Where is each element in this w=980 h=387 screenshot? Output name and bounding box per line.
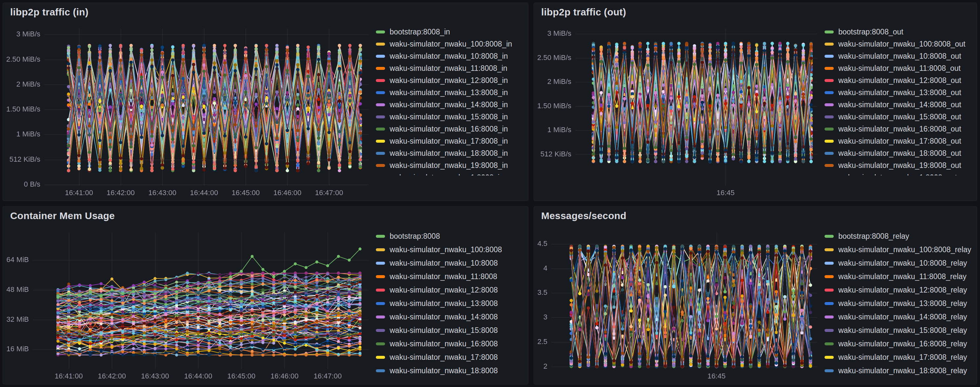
container-mem-usage-chart-canvas[interactable] bbox=[3, 225, 372, 384]
panel-title[interactable]: libp2p traffic (in) bbox=[10, 6, 89, 18]
panel-header[interactable]: Container Mem Usage bbox=[3, 207, 528, 225]
panel-title[interactable]: libp2p traffic (out) bbox=[541, 6, 626, 18]
series-label: waku-simulator_nwaku_15:8008_relay bbox=[838, 326, 967, 335]
legend-item[interactable]: waku-simulator_nwaku_11:8008_relay bbox=[824, 270, 975, 283]
legend-item[interactable]: waku-simulator_nwaku_10:8008 bbox=[376, 256, 526, 270]
series-label: waku-simulator_nwaku_10:8008 bbox=[390, 259, 498, 268]
series-color-swatch bbox=[824, 140, 834, 143]
legend-mem-usage: bootstrap:8008waku-simulator_nwaku_100:8… bbox=[372, 225, 528, 384]
legend-item[interactable]: bootstrap:8008_out bbox=[824, 26, 975, 38]
legend-item[interactable]: waku-simulator_nwaku_16:8008_relay bbox=[824, 337, 975, 350]
legend-item[interactable]: bootstrap:8008 bbox=[376, 229, 526, 243]
panel-messages-per-second: Messages/second bootstrap:8008_relaywaku… bbox=[534, 206, 977, 384]
series-label: waku-simulator_nwaku_12:8008_relay bbox=[838, 286, 967, 295]
legend-item[interactable]: waku-simulator_nwaku_19:8008_out bbox=[824, 159, 975, 172]
legend-item[interactable]: waku-simulator_nwaku_10:8008_out bbox=[824, 50, 975, 62]
series-label: waku-simulator_nwaku_13:8008_relay bbox=[838, 299, 967, 308]
legend-item[interactable]: waku-simulator_nwaku_12:8008 bbox=[376, 283, 526, 297]
legend-item[interactable]: waku-simulator_nwaku_18:8008_in bbox=[376, 147, 526, 159]
legend-item[interactable]: waku-simulator_nwaku_15:8008_relay bbox=[824, 324, 975, 337]
series-label: waku-simulator_nwaku_11:8008_out bbox=[838, 64, 961, 73]
panel-header[interactable]: libp2p traffic (in) bbox=[3, 3, 528, 21]
legend-item[interactable]: waku-simulator_nwaku_11:8008 bbox=[376, 270, 526, 283]
legend-item[interactable]: waku-simulator_nwaku_11:8008_out bbox=[824, 62, 975, 75]
series-color-swatch bbox=[376, 43, 385, 46]
legend-item[interactable]: waku-simulator_nwaku_100:8008_in bbox=[376, 38, 526, 50]
series-label: waku-simulator_nwaku_17:8008_relay bbox=[838, 353, 967, 362]
series-color-swatch bbox=[376, 30, 385, 33]
series-color-swatch bbox=[824, 369, 834, 372]
legend-item[interactable]: waku-simulator_nwaku_15:8008 bbox=[376, 324, 526, 337]
legend-item[interactable]: waku-simulator_nwaku_18:8008 bbox=[376, 364, 526, 377]
messages-per-second-chart-canvas[interactable] bbox=[534, 225, 821, 384]
libp2p-traffic-in-chart-canvas[interactable] bbox=[3, 21, 372, 201]
legend-item[interactable]: waku-simulator_nwaku_100:8008_relay bbox=[824, 243, 975, 256]
legend-item[interactable]: waku-simulator_nwaku_17:8008_in bbox=[376, 135, 526, 147]
legend-libp2p-in: bootstrap:8008_inwaku-simulator_nwaku_10… bbox=[372, 21, 528, 175]
legend-item[interactable]: waku-simulator_nwaku_12:8008_relay bbox=[824, 283, 975, 297]
legend-item[interactable]: waku-simulator_nwaku_17:8008_out bbox=[824, 135, 975, 147]
legend-item[interactable]: waku-simulator_nwaku_10:8008_relay bbox=[824, 256, 975, 270]
series-color-swatch bbox=[376, 342, 385, 346]
libp2p-traffic-out-chart-canvas[interactable] bbox=[534, 21, 821, 201]
series-label: waku-simulator_nwaku_1:8008_out bbox=[838, 173, 957, 175]
legend-item[interactable]: waku-simulator_nwaku_11:8008_in bbox=[376, 62, 526, 75]
legend-item[interactable]: waku-simulator_nwaku_18:8008_relay bbox=[824, 364, 975, 377]
legend-item[interactable]: waku-simulator_nwaku_12:8008_out bbox=[824, 75, 975, 87]
series-label: waku-simulator_nwaku_12:8008 bbox=[390, 286, 498, 295]
legend-item[interactable]: waku-simulator_nwaku_14:8008_relay bbox=[824, 310, 975, 324]
chart-area[interactable] bbox=[3, 225, 372, 384]
legend-item[interactable]: waku-simulator_nwaku_1:8008_out bbox=[824, 172, 975, 175]
series-label: waku-simulator_nwaku_18:8008_in bbox=[390, 149, 508, 158]
legend-item[interactable]: waku-simulator_nwaku_18:8008_out bbox=[824, 147, 975, 159]
series-label: waku-simulator_nwaku_14:8008_in bbox=[390, 100, 508, 109]
series-color-swatch bbox=[824, 329, 834, 332]
legend-item[interactable]: waku-simulator_nwaku_13:8008_relay bbox=[824, 297, 975, 310]
legend-item[interactable]: waku-simulator_nwaku_15:8008_in bbox=[376, 111, 526, 123]
legend-item[interactable]: waku-simulator_nwaku_16:8008_in bbox=[376, 123, 526, 135]
legend-item[interactable]: waku-simulator_nwaku_1:8008_in bbox=[376, 172, 526, 175]
legend-item[interactable]: waku-simulator_nwaku_12:8008_in bbox=[376, 75, 526, 87]
panel-title[interactable]: Container Mem Usage bbox=[10, 210, 115, 221]
legend-item[interactable]: waku-simulator_nwaku_14:8008 bbox=[376, 310, 526, 324]
series-label: waku-simulator_nwaku_19:8008_out bbox=[838, 161, 961, 170]
legend-item[interactable]: bootstrap:8008_relay bbox=[824, 229, 975, 243]
chart-area[interactable] bbox=[3, 21, 372, 201]
chart-area[interactable] bbox=[534, 21, 821, 201]
chart-area[interactable] bbox=[534, 225, 821, 384]
legend-item[interactable]: waku-simulator_nwaku_13:8008 bbox=[376, 297, 526, 310]
series-label: waku-simulator_nwaku_11:8008_relay bbox=[838, 272, 967, 281]
legend-item[interactable]: waku-simulator_nwaku_13:8008_out bbox=[824, 87, 975, 99]
legend-item[interactable]: waku-simulator_nwaku_17:8008 bbox=[376, 350, 526, 364]
series-label: bootstrap:8008 bbox=[390, 232, 440, 241]
panel-header[interactable]: libp2p traffic (out) bbox=[534, 3, 977, 21]
legend-item[interactable]: waku-simulator_nwaku_100:8008_out bbox=[824, 38, 975, 50]
series-label: waku-simulator_nwaku_17:8008_in bbox=[390, 137, 508, 146]
series-label: waku-simulator_nwaku_100:8008_out bbox=[838, 40, 965, 49]
panel-header[interactable]: Messages/second bbox=[534, 207, 977, 225]
legend-item[interactable]: waku-simulator_nwaku_16:8008_out bbox=[824, 123, 975, 135]
legend-item[interactable]: waku-simulator_nwaku_14:8008_out bbox=[824, 99, 975, 111]
legend-item[interactable]: waku-simulator_nwaku_100:8008 bbox=[376, 243, 526, 256]
panel-container-mem-usage: Container Mem Usage bootstrap:8008waku-s… bbox=[3, 206, 528, 384]
series-label: waku-simulator_nwaku_1:8008_in bbox=[390, 173, 504, 175]
legend-item[interactable]: waku-simulator_nwaku_17:8008_relay bbox=[824, 350, 975, 364]
series-label: waku-simulator_nwaku_18:8008_relay bbox=[838, 366, 967, 375]
series-color-swatch bbox=[376, 79, 385, 82]
legend-item[interactable]: waku-simulator_nwaku_15:8008_out bbox=[824, 111, 975, 123]
legend-item[interactable]: waku-simulator_nwaku_16:8008 bbox=[376, 337, 526, 350]
series-color-swatch bbox=[376, 164, 385, 167]
legend-libp2p-out: bootstrap:8008_outwaku-simulator_nwaku_1… bbox=[821, 21, 977, 175]
legend-item[interactable]: bootstrap:8008_in bbox=[376, 26, 526, 38]
dashboard-grid: libp2p traffic (in) bootstrap:8008_inwak… bbox=[0, 0, 980, 387]
legend-item[interactable]: waku-simulator_nwaku_19:8008_in bbox=[376, 159, 526, 172]
series-color-swatch bbox=[376, 91, 385, 94]
series-color-swatch bbox=[824, 43, 834, 46]
series-label: waku-simulator_nwaku_15:8008_out bbox=[838, 113, 961, 121]
legend-item[interactable]: waku-simulator_nwaku_10:8008_in bbox=[376, 50, 526, 62]
panel-title[interactable]: Messages/second bbox=[541, 210, 627, 221]
series-label: waku-simulator_nwaku_17:8008_out bbox=[838, 137, 961, 146]
legend-item[interactable]: waku-simulator_nwaku_14:8008_in bbox=[376, 99, 526, 111]
series-color-swatch bbox=[824, 91, 834, 94]
legend-item[interactable]: waku-simulator_nwaku_13:8008_in bbox=[376, 87, 526, 99]
